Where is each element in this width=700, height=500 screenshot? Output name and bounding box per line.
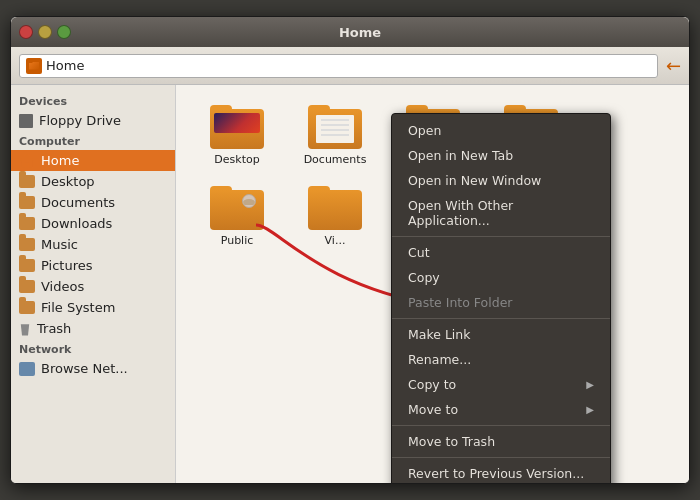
address-bar[interactable]: Home — [19, 54, 658, 78]
ctx-revert[interactable]: Revert to Previous Version... — [392, 461, 610, 483]
ctx-separator-2 — [392, 318, 610, 319]
ctx-move-to-trash[interactable]: Move to Trash — [392, 429, 610, 454]
sidebar-label-home: Home — [41, 153, 79, 168]
sidebar-section-network: Network — [11, 339, 175, 358]
sidebar-item-desktop[interactable]: Desktop — [11, 171, 175, 192]
file-item-videos[interactable]: Vi... — [290, 182, 380, 251]
folder-icon-pictures — [19, 259, 35, 272]
ctx-move-to-arrow: ▶ — [586, 404, 594, 415]
maximize-button[interactable] — [57, 25, 71, 39]
ctx-make-link[interactable]: Make Link — [392, 322, 610, 347]
sidebar-label-floppy: Floppy Drive — [39, 113, 121, 128]
toolbar: Home ← — [11, 47, 689, 85]
sidebar-item-documents[interactable]: Documents — [11, 192, 175, 213]
folder-icon-documents — [19, 196, 35, 209]
sidebar-item-pictures[interactable]: Pictures — [11, 255, 175, 276]
folder-icon-desktop-large — [210, 105, 264, 149]
network-icon — [19, 362, 35, 376]
ctx-open-with[interactable]: Open With Other Application... — [392, 193, 610, 233]
ctx-cut[interactable]: Cut — [392, 240, 610, 265]
file-label-public: Public — [221, 234, 254, 247]
sidebar-item-home[interactable]: Home — [11, 150, 175, 171]
ctx-copy[interactable]: Copy — [392, 265, 610, 290]
ctx-copy-to[interactable]: Copy to ▶ — [392, 372, 610, 397]
folder-icon-desktop — [19, 175, 35, 188]
file-item-public[interactable]: Public — [192, 182, 282, 251]
ctx-move-to[interactable]: Move to ▶ — [392, 397, 610, 422]
sidebar-label-documents: Documents — [41, 195, 115, 210]
file-label-documents: Documents — [304, 153, 367, 166]
sidebar: Devices Floppy Drive Computer Home Deskt… — [11, 85, 176, 483]
sidebar-label-pictures: Pictures — [41, 258, 92, 273]
sidebar-item-videos[interactable]: Videos — [11, 276, 175, 297]
sidebar-section-devices: Devices — [11, 91, 175, 110]
ctx-copy-to-arrow: ▶ — [586, 379, 594, 390]
sidebar-item-network[interactable]: Browse Net... — [11, 358, 175, 379]
folder-icon-filesystem — [19, 301, 35, 314]
sidebar-label-music: Music — [41, 237, 78, 252]
ctx-separator-3 — [392, 425, 610, 426]
folder-icon-downloads — [19, 217, 35, 230]
ctx-paste-into-folder: Paste Into Folder — [392, 290, 610, 315]
folder-icon-videos — [19, 280, 35, 293]
sidebar-label-network: Browse Net... — [41, 361, 128, 376]
file-item-desktop[interactable]: Desktop — [192, 101, 282, 170]
sidebar-section-computer: Computer — [11, 131, 175, 150]
ctx-separator-4 — [392, 457, 610, 458]
file-area: Desktop Documents — [176, 85, 689, 483]
address-folder-icon — [26, 58, 42, 74]
sidebar-label-videos: Videos — [41, 279, 84, 294]
sidebar-item-downloads[interactable]: Downloads — [11, 213, 175, 234]
close-button[interactable] — [19, 25, 33, 39]
sidebar-label-downloads: Downloads — [41, 216, 112, 231]
folder-icon-documents-large — [308, 105, 362, 149]
floppy-icon — [19, 114, 33, 128]
file-item-documents[interactable]: Documents — [290, 101, 380, 170]
trash-icon — [19, 322, 31, 336]
titlebar: Home — [11, 17, 689, 47]
address-text: Home — [46, 58, 84, 73]
window-title: Home — [79, 25, 641, 40]
ctx-separator-1 — [392, 236, 610, 237]
ctx-open[interactable]: Open — [392, 118, 610, 143]
back-button[interactable]: ← — [666, 55, 681, 76]
sidebar-label-filesystem: File System — [41, 300, 115, 315]
sidebar-item-filesystem[interactable]: File System — [11, 297, 175, 318]
sidebar-item-trash[interactable]: Trash — [11, 318, 175, 339]
minimize-button[interactable] — [38, 25, 52, 39]
file-label-videos: Vi... — [325, 234, 346, 247]
sidebar-item-floppy[interactable]: Floppy Drive — [11, 110, 175, 131]
folder-icon-videos-large — [308, 186, 362, 230]
home-icon — [19, 154, 35, 168]
ctx-rename[interactable]: Rename... — [392, 347, 610, 372]
window-controls — [19, 25, 71, 39]
ctx-open-new-window[interactable]: Open in New Window — [392, 168, 610, 193]
file-label-desktop: Desktop — [214, 153, 259, 166]
context-menu: Open Open in New Tab Open in New Window … — [391, 113, 611, 483]
folder-icon-music — [19, 238, 35, 251]
ctx-open-new-tab[interactable]: Open in New Tab — [392, 143, 610, 168]
content-area: Devices Floppy Drive Computer Home Deskt… — [11, 85, 689, 483]
sidebar-label-trash: Trash — [37, 321, 71, 336]
sidebar-item-music[interactable]: Music — [11, 234, 175, 255]
folder-icon-public-large — [210, 186, 264, 230]
sidebar-label-desktop: Desktop — [41, 174, 95, 189]
file-manager-window: Home Home ← Devices Floppy Drive Compute… — [10, 16, 690, 484]
